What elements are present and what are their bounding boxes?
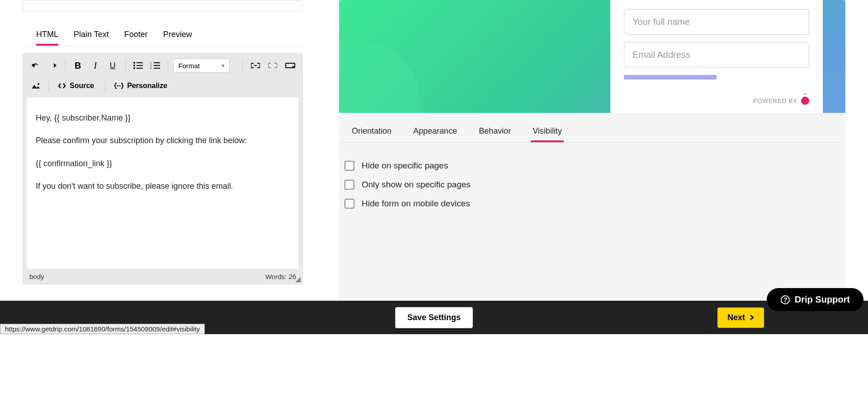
hide-specific-pages-option[interactable]: Hide on specific pages [344, 156, 840, 175]
checkbox[interactable] [344, 180, 354, 190]
separator [48, 80, 49, 91]
checkbox-label: Hide form on mobile devices [362, 199, 470, 209]
button-insert-button[interactable] [283, 58, 297, 73]
submit-button-preview[interactable] [624, 75, 717, 79]
separator [125, 60, 126, 71]
editor-status-bar: body Words: 26 [23, 269, 302, 284]
tab-preview[interactable]: Preview [163, 25, 192, 46]
code-icon [58, 83, 66, 89]
bullet-list-button[interactable] [131, 58, 145, 73]
only-show-specific-pages-option[interactable]: Only show on specific pages [344, 175, 840, 194]
separator [65, 60, 66, 71]
editor-content-area[interactable]: Hey, {{ subscriber.Name }} Please confir… [27, 98, 299, 269]
tab-orientation[interactable]: Orientation [350, 122, 393, 142]
tab-behavior[interactable]: Behavior [477, 122, 513, 142]
image-button[interactable] [28, 79, 43, 93]
name-input-preview[interactable]: Your full name [624, 9, 809, 35]
svg-text:3: 3 [150, 67, 152, 70]
undo-button[interactable] [28, 58, 42, 73]
italic-button[interactable]: I [89, 58, 103, 73]
svg-point-13 [38, 83, 39, 85]
separator [168, 60, 168, 71]
personalize-button[interactable]: Personalize [111, 79, 171, 93]
svg-point-15 [118, 85, 119, 86]
separator [105, 80, 105, 91]
editor-toolbar: B I U 123 Format [23, 54, 302, 98]
subject-input[interactable] [23, 0, 303, 12]
tab-plain-text[interactable]: Plain Text [74, 25, 109, 46]
separator [242, 60, 243, 71]
svg-point-4 [133, 67, 135, 69]
svg-rect-3 [137, 65, 143, 66]
braces-icon [114, 83, 123, 89]
checkbox-label: Only show on specific pages [362, 180, 471, 190]
rich-text-editor: B I U 123 Format [23, 53, 303, 284]
underline-button[interactable]: U [106, 58, 120, 73]
form-preview-card: Your full name Email Address POWERED BY [610, 0, 823, 113]
personalize-label: Personalize [127, 82, 167, 90]
source-button[interactable]: Source [54, 79, 98, 93]
drip-support-button[interactable]: ? Drip Support [767, 288, 863, 303]
form-preview: Your full name Email Address POWERED BY [339, 0, 845, 113]
content-line: {{ confirmation_link }} [36, 152, 290, 175]
redo-button[interactable] [46, 58, 60, 73]
tab-footer[interactable]: Footer [124, 25, 148, 46]
content-line: Hey, {{ subscriber.Name }} [36, 107, 290, 129]
editor-tabs: HTML Plain Text Footer Preview [23, 25, 303, 46]
svg-rect-11 [154, 68, 160, 69]
checkbox[interactable] [344, 161, 354, 171]
svg-point-14 [117, 85, 118, 86]
numbered-list-button[interactable]: 123 [148, 58, 162, 73]
tab-visibility[interactable]: Visibility [531, 122, 564, 142]
hide-mobile-option[interactable]: Hide form on mobile devices [344, 194, 840, 213]
drip-logo-icon [801, 97, 809, 105]
svg-rect-5 [137, 68, 143, 69]
checkbox-label: Hide on specific pages [362, 161, 448, 171]
form-settings-panel: Your full name Email Address POWERED BY … [339, 0, 845, 303]
help-icon: ? [780, 295, 790, 303]
svg-rect-1 [137, 62, 143, 63]
footer-bar: Save Settings Next ? Drip Support [0, 301, 868, 303]
svg-point-0 [133, 62, 135, 64]
tab-html[interactable]: HTML [36, 25, 58, 46]
content-line: Please confirm your subscription by clic… [36, 129, 290, 152]
tab-appearance[interactable]: Appearance [411, 122, 459, 142]
svg-point-2 [133, 65, 135, 66]
element-path[interactable]: body [29, 273, 44, 280]
svg-rect-9 [154, 65, 160, 66]
format-dropdown[interactable]: Format [173, 59, 230, 73]
unlink-button[interactable] [266, 58, 280, 73]
checkbox[interactable] [344, 199, 354, 209]
form-settings-tabs: Orientation Appearance Behavior Visibili… [339, 113, 845, 143]
content-line: If you don't want to subscribe, please i… [36, 175, 290, 197]
svg-text:?: ? [783, 296, 788, 303]
svg-point-16 [120, 85, 121, 86]
word-count: Words: 26 [265, 273, 296, 280]
visibility-options: Hide on specific pages Only show on spec… [339, 143, 845, 227]
bold-button[interactable]: B [71, 58, 85, 73]
svg-rect-7 [154, 62, 160, 63]
email-input-preview[interactable]: Email Address [624, 42, 809, 68]
source-label: Source [70, 82, 94, 90]
powered-by-label: POWERED BY [753, 97, 809, 105]
link-button[interactable] [248, 58, 262, 73]
